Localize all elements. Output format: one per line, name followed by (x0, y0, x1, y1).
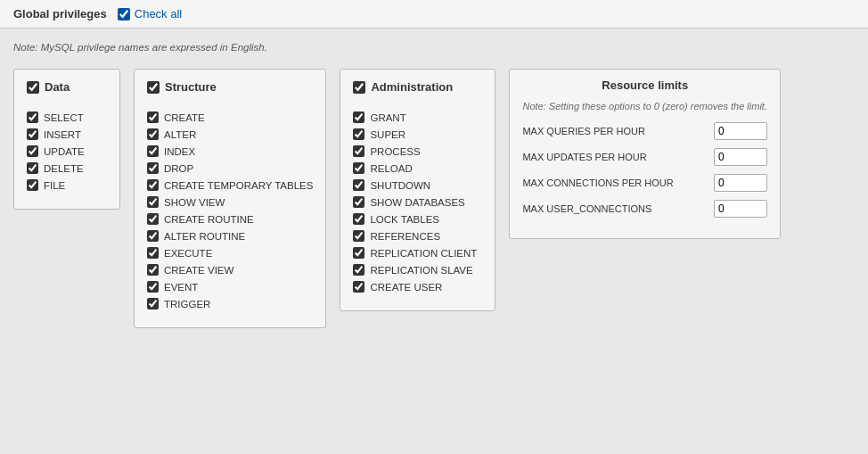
privilege-checkbox[interactable] (353, 128, 364, 140)
privilege-checkbox[interactable] (353, 230, 364, 242)
privilege-label: INSERT (44, 129, 81, 140)
data-panel-title: Data (45, 80, 70, 94)
resource-label: MAX UPDATES PER HOUR (522, 152, 646, 162)
resource-input[interactable] (714, 174, 767, 192)
privilege-checkbox[interactable] (353, 281, 364, 293)
list-item: SHOW VIEW (147, 196, 313, 208)
privilege-checkbox[interactable] (353, 196, 364, 208)
privilege-checkbox[interactable] (353, 264, 364, 276)
data-panel-header: Data (27, 80, 107, 99)
privilege-checkbox[interactable] (147, 196, 159, 208)
resource-row: MAX CONNECTIONS PER HOUR (522, 174, 767, 192)
list-item: EXECUTE (147, 247, 313, 259)
privilege-checkbox[interactable] (147, 247, 159, 259)
admin-panel-header: Administration (353, 80, 482, 99)
privilege-label: SUPER (370, 129, 405, 140)
global-privileges-bar: Global privileges Check all (0, 0, 868, 29)
resource-input[interactable] (714, 200, 767, 218)
resource-input[interactable] (714, 122, 767, 140)
privilege-checkbox[interactable] (353, 145, 364, 157)
list-item: DROP (147, 162, 313, 174)
panels-row: Data SELECTINSERTUPDATEDELETEFILE Struct… (13, 69, 855, 328)
resource-row: MAX USER_CONNECTIONS (522, 200, 767, 218)
data-panel: Data SELECTINSERTUPDATEDELETEFILE (13, 69, 120, 210)
list-item: REPLICATION SLAVE (353, 264, 482, 276)
list-item: SHUTDOWN (353, 179, 482, 191)
list-item: UPDATE (27, 145, 107, 157)
privilege-checkbox[interactable] (147, 281, 159, 293)
privilege-checkbox[interactable] (27, 128, 38, 140)
privilege-checkbox[interactable] (27, 179, 38, 191)
privilege-label: SHOW VIEW (164, 197, 225, 208)
privilege-checkbox[interactable] (147, 230, 159, 242)
privilege-label: EXECUTE (164, 248, 212, 259)
list-item: ALTER ROUTINE (147, 230, 313, 242)
privilege-label: REPLICATION SLAVE (370, 265, 472, 276)
resource-limits-panel: Resource limits Note: Setting these opti… (509, 69, 781, 239)
check-all-label[interactable]: Check all (118, 7, 182, 21)
privilege-label: EVENT (164, 282, 198, 293)
structure-panel-title: Structure (165, 80, 217, 94)
privilege-label: ALTER ROUTINE (164, 231, 245, 242)
list-item: SHOW DATABASES (353, 196, 482, 208)
structure-panel-checkbox[interactable] (147, 81, 160, 94)
privilege-checkbox[interactable] (147, 179, 159, 191)
list-item: INDEX (147, 145, 313, 157)
resource-note: Note: Setting these options to 0 (zero) … (522, 101, 767, 111)
main-content: Note: MySQL privilege names are expresse… (0, 29, 868, 342)
resource-label: MAX QUERIES PER HOUR (522, 126, 645, 136)
privilege-label: SHUTDOWN (370, 180, 430, 191)
privilege-checkbox[interactable] (147, 213, 159, 225)
privilege-checkbox[interactable] (147, 128, 159, 140)
privilege-checkbox[interactable] (353, 111, 364, 123)
data-panel-checkbox[interactable] (27, 81, 39, 94)
privilege-checkbox[interactable] (27, 145, 38, 157)
privilege-label: TRIGGER (164, 299, 210, 310)
privilege-label: DROP (164, 163, 193, 174)
list-item: RELOAD (353, 162, 482, 174)
resource-row: MAX UPDATES PER HOUR (522, 148, 767, 166)
list-item: LOCK TABLES (353, 213, 482, 225)
privilege-checkbox[interactable] (353, 179, 364, 191)
list-item: REPLICATION CLIENT (353, 247, 482, 259)
list-item: ALTER (147, 128, 313, 140)
privilege-checkbox[interactable] (147, 162, 159, 174)
list-item: CREATE VIEW (147, 264, 313, 276)
privilege-label: UPDATE (44, 146, 85, 157)
list-item: GRANT (353, 111, 482, 123)
privilege-label: CREATE VIEW (164, 265, 233, 276)
privilege-checkbox[interactable] (147, 298, 159, 310)
resource-label: MAX CONNECTIONS PER HOUR (522, 177, 673, 188)
data-items-list: SELECTINSERTUPDATEDELETEFILE (27, 111, 107, 191)
privilege-checkbox[interactable] (353, 213, 364, 225)
global-privileges-title: Global privileges (13, 7, 107, 21)
privilege-label: CREATE TEMPORARY TABLES (164, 180, 313, 191)
admin-panel-title: Administration (371, 80, 453, 94)
privilege-label: CREATE (164, 112, 205, 123)
privilege-checkbox[interactable] (147, 264, 159, 276)
privilege-label: ALTER (164, 129, 196, 140)
check-all-checkbox[interactable] (118, 8, 130, 21)
privilege-checkbox[interactable] (147, 111, 159, 123)
privilege-label: REPLICATION CLIENT (370, 248, 477, 259)
privilege-label: GRANT (370, 112, 405, 123)
privilege-label: FILE (44, 180, 65, 191)
admin-panel-checkbox[interactable] (353, 81, 365, 94)
list-item: DELETE (27, 162, 107, 174)
list-item: PROCESS (353, 145, 482, 157)
structure-panel-header: Structure (147, 80, 313, 99)
privilege-label: LOCK TABLES (370, 214, 439, 225)
privilege-checkbox[interactable] (147, 145, 159, 157)
privilege-checkbox[interactable] (27, 111, 38, 123)
privilege-checkbox[interactable] (353, 247, 364, 259)
resource-row: MAX QUERIES PER HOUR (522, 122, 767, 140)
privilege-label: REFERENCES (370, 231, 440, 242)
resource-input[interactable] (714, 148, 767, 166)
privilege-checkbox[interactable] (353, 162, 364, 174)
privilege-note: Note: MySQL privilege names are expresse… (13, 42, 855, 53)
list-item: INSERT (27, 128, 107, 140)
list-item: CREATE ROUTINE (147, 213, 313, 225)
privilege-checkbox[interactable] (27, 162, 38, 174)
resource-limits-title: Resource limits (522, 78, 767, 92)
list-item: CREATE TEMPORARY TABLES (147, 179, 313, 191)
